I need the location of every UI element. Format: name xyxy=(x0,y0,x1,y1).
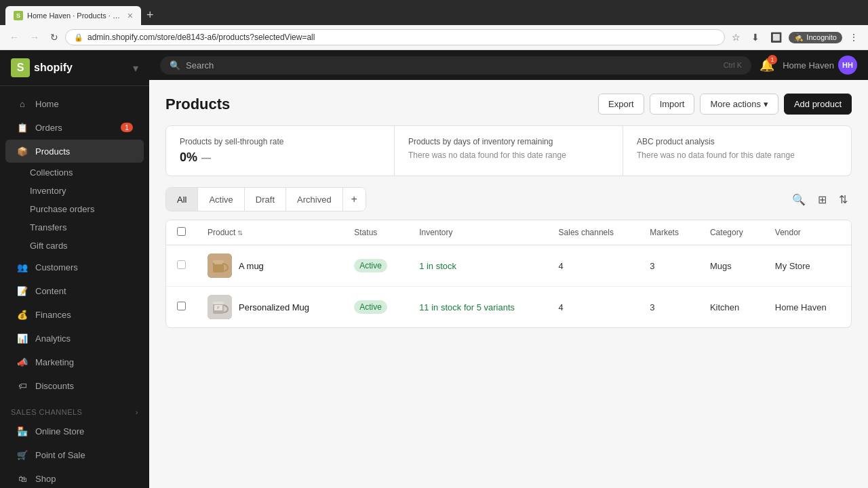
filter-tabs: All Active Draft Archived + xyxy=(165,187,366,211)
notifications-bell[interactable]: 🔔 1 xyxy=(760,58,774,73)
row1-product-name: A mug xyxy=(239,261,264,271)
row2-checkbox-cell xyxy=(166,287,197,328)
download-button[interactable]: ⬇ xyxy=(747,29,764,45)
search-placeholder: Search xyxy=(186,60,214,70)
shop-icon: 🛍 xyxy=(16,472,28,485)
sidebar-item-customers-label: Customers xyxy=(35,262,78,272)
sidebar-nav: ⌂ Home 📋 Orders 1 📦 Products Collections… xyxy=(0,86,149,488)
sidebar-item-marketing-label: Marketing xyxy=(35,357,74,367)
row1-markets-cell: 3 xyxy=(639,245,699,287)
sidebar-item-marketing[interactable]: 📣 Marketing xyxy=(5,350,144,373)
sales-channels-expand[interactable]: › xyxy=(136,408,138,416)
sidebar-item-gift-cards[interactable]: Gift cards xyxy=(30,237,149,255)
row1-product-cell[interactable]: A mug xyxy=(197,245,343,287)
forward-button[interactable]: → xyxy=(26,29,43,45)
tab-favicon: S xyxy=(14,11,23,20)
row2-product-cell[interactable]: P Personalized Mug xyxy=(197,287,343,328)
analytics-card-abc[interactable]: ABC product analysis There was no data f… xyxy=(623,126,851,176)
sidebar-item-transfers[interactable]: Transfers xyxy=(30,218,149,237)
products-table: Product ⇅ Status Inventory Sales channel… xyxy=(166,220,851,327)
header-checkbox-cell xyxy=(166,220,197,245)
row2-checkbox[interactable] xyxy=(177,302,186,310)
sidebar-item-analytics[interactable]: 📊 Analytics xyxy=(5,327,144,350)
discounts-icon: 🏷 xyxy=(16,380,28,392)
row2-product-info: P Personalized Mug xyxy=(208,295,332,319)
search-filter-button[interactable]: 🔍 xyxy=(788,189,810,210)
back-button[interactable]: ← xyxy=(5,29,23,45)
svg-rect-3 xyxy=(214,263,222,264)
products-table-container: Product ⇅ Status Inventory Sales channel… xyxy=(165,220,852,328)
sidebar-item-inventory[interactable]: Inventory xyxy=(30,182,149,200)
sidebar: S shopify ▾ ⌂ Home 📋 Orders 1 📦 Products xyxy=(0,50,149,488)
tab-active[interactable]: Active xyxy=(198,188,244,211)
analytics-cards: Products by sell-through rate 0% — Produ… xyxy=(165,125,852,176)
extensions-button[interactable]: 🔲 xyxy=(766,29,786,45)
row2-inventory-cell: 11 in stock for 5 variants xyxy=(408,287,547,328)
bookmark-button[interactable]: ☆ xyxy=(728,29,745,45)
header-category: Category xyxy=(699,220,764,245)
sidebar-item-content[interactable]: 📝 Content xyxy=(5,279,144,302)
sidebar-item-orders[interactable]: 📋 Orders 1 xyxy=(5,116,144,139)
pos-icon: 🛒 xyxy=(16,449,28,461)
abc-no-data: There was no data found for this date ra… xyxy=(637,150,837,160)
mug2-svg: P xyxy=(208,295,232,319)
sell-through-label: Products by sell-through rate xyxy=(180,137,380,146)
header-product[interactable]: Product ⇅ xyxy=(197,220,343,245)
import-button[interactable]: Import xyxy=(650,94,695,115)
row2-inventory-value: 11 in stock for 5 variants xyxy=(419,302,515,312)
tab-title: Home Haven · Products · Shopify xyxy=(27,12,123,20)
more-browser-options[interactable]: ⋮ xyxy=(845,29,863,45)
sidebar-item-products[interactable]: 📦 Products xyxy=(5,140,144,163)
select-all-checkbox[interactable] xyxy=(177,227,186,236)
shopify-logo[interactable]: S shopify xyxy=(11,58,73,77)
sidebar-item-home-label: Home xyxy=(35,99,59,109)
row1-inventory-value: 1 in stock xyxy=(419,261,456,271)
lock-icon: 🔒 xyxy=(74,33,83,42)
reload-button[interactable]: ↻ xyxy=(46,29,62,45)
chevron-down-icon: ▾ xyxy=(764,99,768,109)
active-tab[interactable]: S Home Haven · Products · Shopify × xyxy=(5,6,141,25)
sidebar-item-shop-label: Shop xyxy=(35,474,56,484)
finances-icon: 💰 xyxy=(16,308,28,321)
row1-vendor-cell: My Store xyxy=(764,245,851,287)
sidebar-item-content-label: Content xyxy=(35,286,66,296)
sidebar-item-point-of-sale[interactable]: 🛒 Point of Sale xyxy=(5,443,144,466)
sidebar-item-purchase-orders[interactable]: Purchase orders xyxy=(30,200,149,218)
analytics-card-inventory-days[interactable]: Products by days of inventory remaining … xyxy=(395,126,623,176)
sidebar-item-customers[interactable]: 👥 Customers xyxy=(5,256,144,279)
sidebar-item-online-store[interactable]: 🏪 Online Store xyxy=(5,420,144,443)
new-tab-button[interactable]: + xyxy=(141,5,159,25)
store-name-label: Home Haven xyxy=(783,60,834,70)
more-actions-button[interactable]: More actions ▾ xyxy=(700,94,778,115)
add-product-button[interactable]: Add product xyxy=(784,94,852,115)
table-header-row: Product ⇅ Status Inventory Sales channel… xyxy=(166,220,851,245)
sidebar-item-finances[interactable]: 💰 Finances xyxy=(5,303,144,326)
filter-sort-button[interactable]: ⊞ xyxy=(814,189,831,210)
sidebar-item-discounts[interactable]: 🏷 Discounts xyxy=(5,374,144,397)
sidebar-item-pos-label: Point of Sale xyxy=(35,450,85,460)
sidebar-item-orders-label: Orders xyxy=(35,123,62,133)
store-icon: 🏪 xyxy=(16,425,28,437)
sidebar-item-shop[interactable]: 🛍 Shop xyxy=(5,467,144,488)
orders-badge: 1 xyxy=(121,123,133,132)
tab-archived[interactable]: Archived xyxy=(286,188,343,211)
sidebar-item-home[interactable]: ⌂ Home xyxy=(5,92,144,115)
url-bar[interactable]: 🔒 admin.shopify.com/store/de8143-a6/prod… xyxy=(65,29,725,45)
sidebar-toggle[interactable]: ▾ xyxy=(133,62,138,75)
abc-label: ABC product analysis xyxy=(637,137,837,146)
tab-draft[interactable]: Draft xyxy=(245,188,286,211)
columns-button[interactable]: ⇅ xyxy=(835,189,852,210)
export-button[interactable]: Export xyxy=(598,94,644,115)
analytics-card-sell-through[interactable]: Products by sell-through rate 0% — xyxy=(166,126,395,176)
add-tab-button[interactable]: + xyxy=(343,188,366,211)
header-inventory: Inventory xyxy=(408,220,547,245)
store-account-menu[interactable]: Home Haven HH xyxy=(783,56,857,75)
row1-checkbox[interactable] xyxy=(177,260,186,269)
sidebar-item-collections[interactable]: Collections xyxy=(30,163,149,182)
svg-rect-6 xyxy=(213,302,224,304)
search-bar[interactable]: 🔍 Search Ctrl K xyxy=(160,56,751,75)
tab-all[interactable]: All xyxy=(166,188,198,211)
row1-category-cell: Mugs xyxy=(699,245,764,287)
close-tab-button[interactable]: × xyxy=(127,10,133,21)
more-actions-label: More actions xyxy=(710,99,760,109)
